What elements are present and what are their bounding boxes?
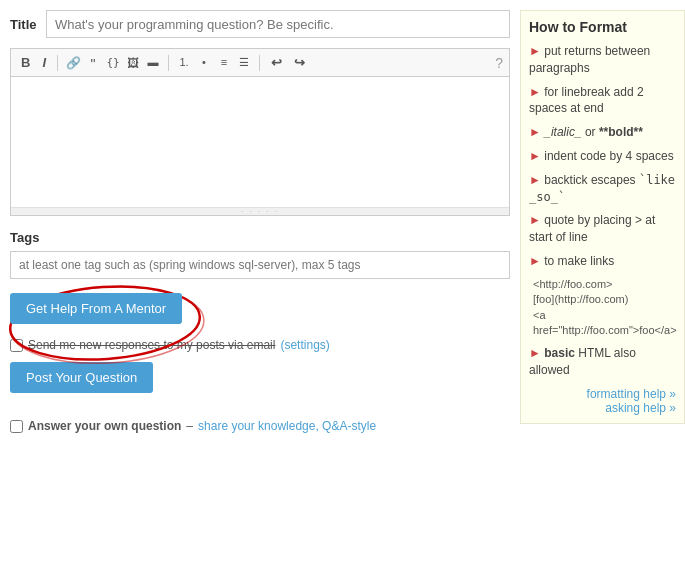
editor-toolbar: B I 🔗 " {} 🖼 ▬ 1. • ≡ ☰ ↩ ↪ ? <box>10 48 510 76</box>
resize-dots: · · · · · <box>241 207 279 216</box>
email-settings-link[interactable]: (settings) <box>280 338 329 352</box>
tags-section: Tags <box>10 230 510 279</box>
indent-icon[interactable]: ≡ <box>216 56 232 70</box>
tags-input[interactable] <box>10 251 510 279</box>
email-sub-text: Send me new responses to my posts via em… <box>28 338 275 352</box>
how-to-item-3: ► _italic_ or **bold** <box>529 124 676 141</box>
toolbar-separator-1 <box>57 55 58 71</box>
post-question-button[interactable]: Post Your Question <box>10 362 153 393</box>
arrow-icon-1: ► <box>529 44 541 58</box>
tags-label: Tags <box>10 230 510 245</box>
toolbar-separator-3 <box>259 55 260 71</box>
how-to-item-4: ► indent code by 4 spaces <box>529 148 676 165</box>
editor-area: · · · · · <box>10 76 510 216</box>
editor-resize-handle[interactable]: · · · · · <box>11 207 509 215</box>
italic-button[interactable]: I <box>38 53 50 72</box>
title-label: Title <box>10 17 38 32</box>
mentor-area: Get Help From A Mentor <box>10 293 510 324</box>
how-to-item-1: ► put returns between paragraphs <box>529 43 676 77</box>
arrow-icon-9: ► <box>529 346 541 360</box>
outdent-icon[interactable]: ☰ <box>236 56 252 70</box>
code-icon[interactable]: {} <box>105 56 121 70</box>
arrow-icon-4: ► <box>529 149 541 163</box>
link-icon[interactable]: 🔗 <box>65 56 81 70</box>
formatting-help-link[interactable]: formatting help » <box>529 387 676 401</box>
post-button-area: Post Your Question <box>10 362 510 407</box>
how-to-item-7: ► to make links <box>529 253 676 270</box>
mentor-button[interactable]: Get Help From A Mentor <box>10 293 182 324</box>
answer-own-link[interactable]: share your knowledge, Q&A-style <box>198 419 376 433</box>
answer-own-section: Answer your own question – share your kn… <box>10 419 510 433</box>
undo-button[interactable]: ↩ <box>267 53 286 72</box>
title-input[interactable] <box>46 10 510 38</box>
ordered-list-icon[interactable]: 1. <box>176 56 192 70</box>
how-to-links: formatting help » asking help » <box>529 387 676 415</box>
arrow-icon-5: ► <box>529 173 541 187</box>
how-to-item-8: <http://foo.com> [foo](http://foo.com) <… <box>533 277 676 339</box>
redo-button[interactable]: ↪ <box>290 53 309 72</box>
how-to-title: How to Format <box>529 19 676 35</box>
email-subscription: Send me new responses to my posts via em… <box>10 338 510 352</box>
image-icon[interactable]: 🖼 <box>125 56 141 70</box>
arrow-icon-3: ► <box>529 125 541 139</box>
how-to-item-9: ► basic HTML also allowed <box>529 345 676 379</box>
answer-own-bold: Answer your own question <box>28 419 181 433</box>
editor-help-icon[interactable]: ? <box>495 55 503 71</box>
asking-help-link[interactable]: asking help » <box>529 401 676 415</box>
answer-own-dash: – <box>186 419 193 433</box>
unordered-list-icon[interactable]: • <box>196 56 212 70</box>
editor-content[interactable] <box>11 77 509 207</box>
blockquote-icon[interactable]: " <box>85 56 101 70</box>
arrow-icon-6: ► <box>529 213 541 227</box>
answer-own-checkbox[interactable] <box>10 420 23 433</box>
how-to-item-6: ► quote by placing > at start of line <box>529 212 676 246</box>
toolbar-separator-2 <box>168 55 169 71</box>
arrow-icon-2: ► <box>529 85 541 99</box>
how-to-item-5: ► backtick escapes `like _so_` <box>529 172 676 206</box>
hr-icon[interactable]: ▬ <box>145 56 161 70</box>
email-checkbox[interactable] <box>10 339 23 352</box>
how-to-item-2: ► for linebreak add 2 spaces at end <box>529 84 676 118</box>
bold-button[interactable]: B <box>17 53 34 72</box>
how-to-format-panel: How to Format ► put returns between para… <box>520 10 685 424</box>
arrow-icon-7: ► <box>529 254 541 268</box>
